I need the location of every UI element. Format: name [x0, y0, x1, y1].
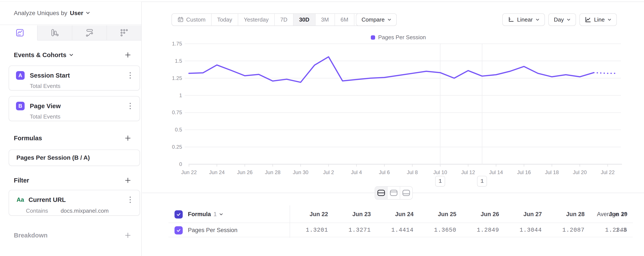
- linear-axis-icon: [508, 16, 514, 23]
- plus-icon: [124, 232, 131, 239]
- chart-plot-area: 00.250.50.7511.251.51.75Jun 22Jun 24Jun …: [142, 28, 644, 192]
- kebab-menu-icon[interactable]: [127, 72, 134, 79]
- range-3m[interactable]: 3M: [316, 14, 335, 25]
- range-30d[interactable]: 30D: [294, 14, 316, 25]
- annotation-badge[interactable]: 1: [435, 176, 445, 187]
- event-letter-badge: B: [16, 102, 24, 110]
- svg-text:Jun 22: Jun 22: [181, 169, 197, 175]
- event-card[interactable]: ASession StartTotal Events: [9, 66, 140, 91]
- filter-condition: Containsdocs.mixpanel.com: [26, 208, 109, 214]
- add-formula-button[interactable]: [124, 134, 132, 142]
- value-cell: 1.2087: [546, 224, 589, 237]
- kebab-menu-icon[interactable]: [127, 196, 134, 203]
- formula-group-number: 1: [214, 211, 217, 218]
- range-custom[interactable]: Custom: [172, 14, 212, 25]
- svg-text:Jul 12: Jul 12: [461, 169, 475, 175]
- date-column-values: 1.32011.32711.44141.36501.28491.30441.20…: [290, 224, 632, 237]
- range-today[interactable]: Today: [212, 14, 238, 25]
- events-section-title[interactable]: Events & Cohorts: [14, 51, 73, 59]
- add-breakdown-button[interactable]: [124, 232, 132, 239]
- analyze-header: Analyze Uniques by User: [0, 2, 141, 25]
- filter-property-name: Current URL: [28, 196, 127, 203]
- formula-group-dropdown[interactable]: Formula 1: [188, 206, 223, 223]
- scale-button[interactable]: Linear: [502, 13, 545, 26]
- range-7d[interactable]: 7D: [275, 14, 294, 25]
- svg-text:Jul 18: Jul 18: [545, 169, 559, 175]
- event-card[interactable]: BPage ViewTotal Events: [9, 96, 140, 121]
- compare-button[interactable]: Compare: [356, 13, 397, 26]
- value-cell: 1.2346: [589, 224, 632, 237]
- svg-text:1.5: 1.5: [175, 58, 182, 64]
- value-cell: 1.3271: [332, 224, 375, 237]
- chevron-down-icon: [567, 18, 570, 21]
- table-header-row: Formula 1 Average Jun 22Jun 23Jun 24Jun …: [168, 206, 633, 223]
- svg-text:Jun 28: Jun 28: [265, 169, 280, 175]
- kebab-menu-icon[interactable]: [127, 102, 134, 110]
- svg-text:Jul 8: Jul 8: [407, 169, 418, 175]
- event-name: Session Start: [30, 72, 127, 79]
- range-yesterday[interactable]: Yesterday: [238, 14, 275, 25]
- date-column-header: Jun 29: [589, 206, 632, 223]
- layout-toggle: [375, 186, 413, 200]
- date-column-headers: Jun 22Jun 23Jun 24Jun 25Jun 26Jun 27Jun …: [290, 206, 632, 223]
- chevron-down-icon: [388, 18, 391, 21]
- legend-label: Pages Per Session: [378, 34, 426, 41]
- value-cell: 1.3650: [418, 224, 461, 237]
- formulas-section-header: Formulas: [14, 133, 132, 143]
- svg-text:Jul 2: Jul 2: [323, 169, 334, 175]
- svg-text:1: 1: [179, 92, 182, 98]
- svg-text:Jun 26: Jun 26: [237, 169, 253, 175]
- analyze-value-dropdown[interactable]: User: [70, 10, 83, 16]
- chart-type-button[interactable]: Line: [580, 13, 617, 26]
- formula-group-label: Formula: [188, 211, 211, 218]
- svg-text:1.25: 1.25: [172, 75, 182, 81]
- date-column-header: Jun 28: [546, 206, 589, 223]
- compare-label: Compare: [362, 16, 385, 23]
- svg-text:Jul 14: Jul 14: [489, 169, 503, 175]
- svg-text:Jul 20: Jul 20: [573, 169, 587, 175]
- interval-label: Day: [554, 16, 564, 23]
- plus-icon: [124, 135, 131, 141]
- tab-retention[interactable]: [107, 25, 141, 40]
- legend-swatch: [371, 35, 375, 40]
- interval-button[interactable]: Day: [548, 13, 576, 26]
- annotation-badge[interactable]: 1: [477, 176, 487, 187]
- add-filter-button[interactable]: [124, 176, 132, 184]
- chart-legend: Pages Per Session: [189, 34, 608, 41]
- filter-section-title: Filter: [14, 177, 29, 184]
- tab-insights[interactable]: [3, 25, 38, 40]
- table-only-icon: [402, 189, 410, 197]
- svg-text:0.75: 0.75: [172, 110, 182, 115]
- table-row: Pages Per Session 1.3 1.32011.32711.4414…: [168, 224, 633, 237]
- series-checkbox[interactable]: [174, 226, 183, 235]
- insights-icon: [15, 28, 24, 37]
- value-cell: 1.4414: [375, 224, 418, 237]
- select-all-checkbox[interactable]: [174, 210, 183, 219]
- split-view-button[interactable]: [375, 187, 388, 199]
- breakdown-section-title: Breakdown: [14, 232, 48, 239]
- event-measure[interactable]: Total Events: [30, 83, 60, 89]
- svg-text:0: 0: [179, 161, 182, 167]
- table-only-button[interactable]: [400, 187, 412, 199]
- calendar-icon: [178, 16, 184, 23]
- chevron-down-icon[interactable]: [86, 11, 90, 15]
- svg-text:0.5: 0.5: [175, 127, 182, 132]
- event-name: Page View: [30, 103, 127, 110]
- filter-card[interactable]: Aa Current URL Containsdocs.mixpanel.com: [9, 190, 140, 216]
- legend-item[interactable]: Pages Per Session: [371, 34, 426, 41]
- check-icon: [176, 228, 181, 232]
- range-6m[interactable]: 6M: [335, 14, 354, 25]
- formula-card[interactable]: Pages Per Session (B / A): [9, 149, 140, 166]
- report-type-tabs: [3, 25, 141, 40]
- date-column-header: Jun 27: [504, 206, 546, 223]
- svg-text:Jul 16: Jul 16: [517, 169, 531, 175]
- event-measure[interactable]: Total Events: [30, 113, 60, 120]
- chart-only-button[interactable]: [388, 187, 400, 199]
- tab-funnels[interactable]: [38, 25, 72, 40]
- event-letter-badge: A: [16, 71, 24, 80]
- svg-text:Jul 22: Jul 22: [601, 169, 615, 175]
- add-event-button[interactable]: [124, 51, 132, 59]
- date-column-header: Jun 25: [418, 206, 461, 223]
- tab-flows[interactable]: [72, 25, 107, 40]
- scale-label: Linear: [517, 16, 532, 23]
